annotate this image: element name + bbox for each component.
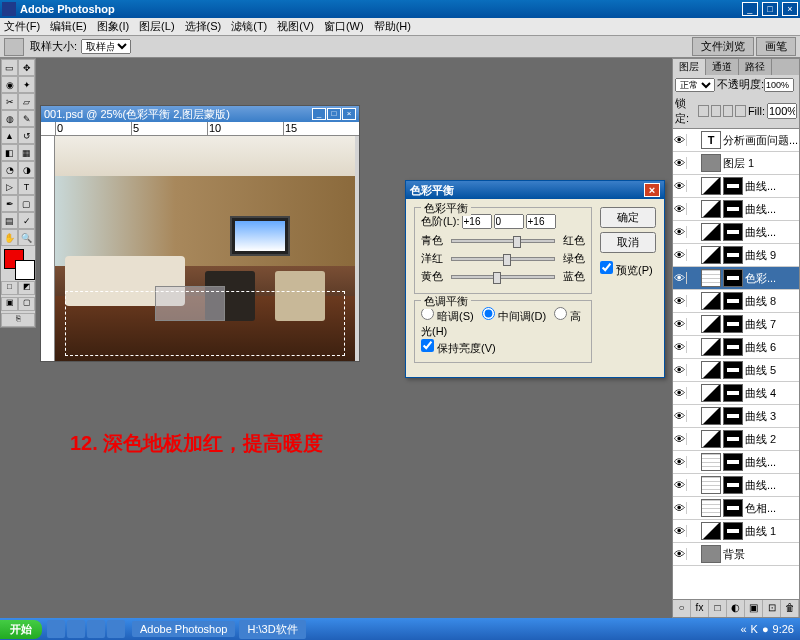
layer-thumb[interactable] (701, 499, 721, 517)
dialog-close[interactable]: × (644, 183, 660, 197)
visibility-icon[interactable]: 👁 (673, 134, 687, 146)
task-photoshop[interactable]: Adobe Photoshop (132, 621, 235, 637)
blend-mode[interactable]: 正常 (675, 78, 715, 92)
slider-2[interactable] (451, 275, 555, 279)
mask-thumb[interactable] (723, 430, 743, 448)
task-explorer[interactable]: H:\3D软件 (239, 620, 305, 639)
tool-hand[interactable]: ✋ (1, 229, 18, 246)
slider-0[interactable] (451, 239, 555, 243)
layer-thumb[interactable] (701, 430, 721, 448)
menu-help[interactable]: 帮助(H) (374, 19, 411, 34)
start-button[interactable]: 开始 (0, 620, 42, 639)
tab-file-browser[interactable]: 文件浏览 (692, 37, 754, 56)
layer-row[interactable]: 👁背景 (673, 543, 799, 566)
preserve-luminosity[interactable]: 保持亮度(V) (421, 342, 496, 354)
layer-row[interactable]: 👁曲线... (673, 221, 799, 244)
tool-blur[interactable]: ◔ (1, 161, 18, 178)
layer-thumb[interactable] (701, 384, 721, 402)
maximize-button[interactable]: □ (762, 2, 778, 16)
tool-path[interactable]: ▷ (1, 178, 18, 195)
mask-thumb[interactable] (723, 200, 743, 218)
visibility-icon[interactable]: 👁 (673, 341, 687, 353)
tray-icon[interactable]: K (751, 623, 758, 635)
tool-type[interactable]: T (18, 178, 35, 195)
tool-gradient[interactable]: ▦ (18, 144, 35, 161)
level-input-0[interactable] (462, 214, 492, 229)
visibility-icon[interactable]: 👁 (673, 318, 687, 330)
screen-2[interactable]: ▢ (18, 297, 35, 311)
layer-row[interactable]: 👁曲线 6 (673, 336, 799, 359)
lock-position[interactable] (723, 105, 733, 117)
jump-button[interactable]: ⎘ (1, 313, 35, 327)
menu-view[interactable]: 视图(V) (277, 19, 314, 34)
mask-thumb[interactable] (723, 292, 743, 310)
menu-file[interactable]: 文件(F) (4, 19, 40, 34)
tool-slice[interactable]: ▱ (18, 93, 35, 110)
tool-lasso[interactable]: ◉ (1, 76, 18, 93)
tool-brush[interactable]: ✎ (18, 110, 35, 127)
visibility-icon[interactable]: 👁 (673, 226, 687, 238)
cancel-button[interactable]: 取消 (600, 232, 656, 253)
layer-fx-button[interactable]: fx (691, 600, 709, 617)
tab-brushes[interactable]: 画笔 (756, 37, 796, 56)
layer-thumb[interactable] (701, 522, 721, 540)
dialog-titlebar[interactable]: 色彩平衡 × (406, 181, 664, 199)
tool-eraser[interactable]: ◧ (1, 144, 18, 161)
layer-row[interactable]: 👁曲线... (673, 198, 799, 221)
visibility-icon[interactable]: 👁 (673, 364, 687, 376)
visibility-icon[interactable]: 👁 (673, 548, 687, 560)
layer-row[interactable]: 👁曲线 3 (673, 405, 799, 428)
ok-button[interactable]: 确定 (600, 207, 656, 228)
menu-filter[interactable]: 滤镜(T) (231, 19, 267, 34)
tool-dodge[interactable]: ◑ (18, 161, 35, 178)
mask-thumb[interactable] (723, 499, 743, 517)
mask-thumb[interactable] (723, 476, 743, 494)
layer-row[interactable]: 👁图层 1 (673, 152, 799, 175)
mask-thumb[interactable] (723, 177, 743, 195)
visibility-icon[interactable]: 👁 (673, 295, 687, 307)
visibility-icon[interactable]: 👁 (673, 433, 687, 445)
menu-window[interactable]: 窗口(W) (324, 19, 364, 34)
mask-thumb[interactable] (723, 361, 743, 379)
mask-thumb[interactable] (723, 407, 743, 425)
lock-paint[interactable] (711, 105, 721, 117)
layer-new-button[interactable]: ⊡ (763, 600, 781, 617)
tool-eyedrop[interactable]: ✓ (18, 212, 35, 229)
menu-edit[interactable]: 编辑(E) (50, 19, 87, 34)
opacity-input[interactable] (764, 78, 794, 92)
visibility-icon[interactable]: 👁 (673, 410, 687, 422)
lock-all[interactable] (735, 105, 745, 117)
ql-3[interactable] (87, 620, 105, 638)
layer-row[interactable]: 👁曲线 2 (673, 428, 799, 451)
tool-crop[interactable]: ✂ (1, 93, 18, 110)
layer-row[interactable]: 👁曲线... (673, 451, 799, 474)
layer-mask-button[interactable]: □ (709, 600, 727, 617)
mode-standard[interactable]: □ (1, 281, 18, 295)
tool-heal[interactable]: ◍ (1, 110, 18, 127)
layer-thumb[interactable] (701, 269, 721, 287)
mask-thumb[interactable] (723, 315, 743, 333)
mask-thumb[interactable] (723, 269, 743, 287)
tool-move[interactable]: ✥ (18, 59, 35, 76)
visibility-icon[interactable]: 👁 (673, 272, 687, 284)
layer-row[interactable]: 👁T分析画面问题... (673, 129, 799, 152)
tool-pen[interactable]: ✒ (1, 195, 18, 212)
ql-4[interactable] (107, 620, 125, 638)
layer-thumb[interactable] (701, 476, 721, 494)
canvas-image[interactable] (55, 136, 355, 361)
doc-maximize[interactable]: □ (327, 108, 341, 120)
doc-close[interactable]: × (342, 108, 356, 120)
tool-marquee[interactable]: ▭ (1, 59, 18, 76)
tab-layers[interactable]: 图层 (673, 59, 706, 75)
screen-1[interactable]: ▣ (1, 297, 18, 311)
mask-thumb[interactable] (723, 223, 743, 241)
slider-1[interactable] (451, 257, 555, 261)
layer-thumb[interactable] (701, 545, 721, 563)
visibility-icon[interactable]: 👁 (673, 180, 687, 192)
tool-stamp[interactable]: ▲ (1, 127, 18, 144)
layer-thumb[interactable] (701, 292, 721, 310)
background-color[interactable] (15, 260, 35, 280)
visibility-icon[interactable]: 👁 (673, 479, 687, 491)
layer-row[interactable]: 👁曲线 8 (673, 290, 799, 313)
layer-style-button[interactable]: ○ (673, 600, 691, 617)
